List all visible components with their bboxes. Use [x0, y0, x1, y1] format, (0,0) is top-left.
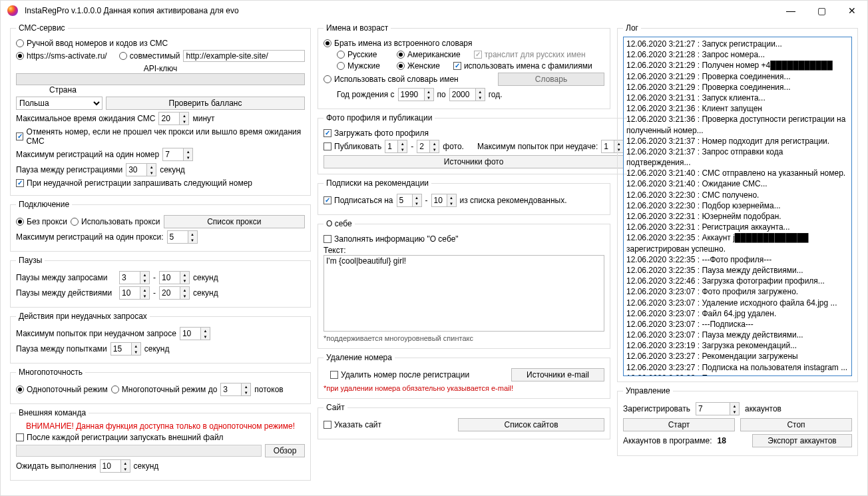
russian-radio[interactable]: Русские — [337, 50, 393, 59]
sub-to-spinner[interactable]: ▲▼ — [431, 194, 457, 207]
country-label: Страна — [49, 85, 305, 95]
log-line: 12.06.2020 3:23:07 : Удаление исходного … — [626, 298, 849, 308]
act-pause-to[interactable]: ▲▼ — [159, 286, 190, 300]
ext-cmd-group: Внешняя команда ВНИМАНИЕ! Данная функция… — [10, 408, 311, 481]
surnames-check[interactable]: использовать имена с фамилиями — [453, 61, 592, 71]
api-key-input[interactable] — [16, 73, 305, 85]
sms-legend: СМС-сервис — [16, 23, 68, 33]
log-line: 12.06.2020 3:23:07 : Файл 64.jpg удален. — [626, 308, 849, 319]
single-thread-radio[interactable]: Однопоточный режим — [16, 385, 108, 394]
log-line: 12.06.2020 3:21:40 : СМС отправлено на у… — [626, 168, 849, 178]
ext-file-path — [16, 445, 262, 457]
sms-service-group: СМС-сервис Ручной ввод номеров и кодов и… — [10, 23, 311, 196]
female-radio[interactable]: Женские — [397, 61, 440, 71]
log-output[interactable]: 12.06.2020 3:21:27 : Запуск регистрации.… — [623, 37, 852, 376]
no-proxy-radio[interactable]: Без прокси — [16, 217, 67, 226]
act-pause-from[interactable]: ▲▼ — [119, 286, 150, 300]
multi-thread-radio[interactable]: Многопоточный режим до — [111, 385, 218, 394]
max-attempts-spinner[interactable]: ▲▼ — [180, 327, 210, 340]
reg-pause-spinner[interactable]: ▲▼ — [126, 163, 156, 176]
email-sources-button[interactable]: Источники e-mail — [511, 368, 604, 381]
log-group: Лог 12.06.2020 3:21:27 : Запуск регистра… — [617, 23, 858, 382]
about-text-input[interactable]: I'm {cool|beautiful} girl! — [324, 255, 604, 332]
site-list-button[interactable]: Список сайтов — [458, 418, 604, 431]
log-line: 12.06.2020 3:21:29 : Проверка соединения… — [626, 71, 849, 82]
log-line: 12.06.2020 3:23:07 : ---Подписка--- — [626, 319, 849, 330]
run-ext-file-check[interactable]: После каждой регистрации запускать внешн… — [16, 433, 224, 442]
translit-check: транслит для русских имен — [474, 50, 586, 59]
log-line: 12.06.2020 3:22:35 : ---Фото профиля--- — [626, 254, 849, 265]
sms-compat-radio[interactable]: совместимый — [119, 51, 180, 61]
sms-wait-spinner[interactable]: ▲▼ — [158, 112, 189, 125]
minimize-button[interactable]: — — [775, 1, 806, 21]
cancel-number-check[interactable]: Отменять номер, если не прошел чек прокс… — [16, 127, 305, 146]
log-line: 12.06.2020 3:22:31 : Регистрация аккаунт… — [626, 222, 849, 232]
close-button[interactable]: ✕ — [837, 1, 867, 21]
log-line: 12.06.2020 3:21:31 : Запуск клиента... — [626, 93, 849, 103]
req-pause-to[interactable]: ▲▼ — [159, 271, 190, 284]
export-button[interactable]: Экспорт аккаунтов — [752, 434, 852, 447]
subscribe-check[interactable]: Подписаться на — [324, 196, 393, 205]
compat-url-input[interactable] — [183, 50, 305, 62]
log-line: 12.06.2020 3:23:27 : Подписка на пользов… — [626, 362, 849, 373]
req-pause-from[interactable]: ▲▼ — [119, 271, 150, 284]
specify-site-check[interactable]: Указать сайт — [324, 420, 381, 429]
sub-from-spinner[interactable]: ▲▼ — [397, 194, 422, 207]
proxy-list-button[interactable]: Список прокси — [164, 215, 305, 228]
titlebar: InstaRegPro v.1.0.0.0 Данная копия актив… — [1, 1, 867, 21]
sms-url-radio[interactable]: https://sms-activate.ru/ — [16, 51, 107, 61]
start-button[interactable]: Старт — [623, 418, 735, 431]
log-line: 12.06.2020 3:22:35 : Аккаунт j██████████… — [626, 232, 849, 254]
pauses-group: Паузы Паузы между запросами ▲▼ - ▲▼ секу… — [10, 256, 311, 308]
register-count-spinner[interactable]: ▲▼ — [696, 402, 740, 415]
control-group: Управление Зарегистрировать ▲▼ аккаунтов… — [617, 386, 858, 456]
window-title: InstaRegPro v.1.0.0.0 Данная копия актив… — [25, 6, 239, 15]
use-proxy-radio[interactable]: Использовать прокси — [71, 217, 160, 226]
dictionary-button[interactable]: Словарь — [498, 73, 604, 86]
max-reg-spinner[interactable]: ▲▼ — [162, 148, 193, 161]
about-group: О себе Заполнять информацию "О себе" Тек… — [318, 219, 610, 349]
thread-count-spinner[interactable]: ▲▼ — [220, 383, 251, 396]
sms-manual-radio[interactable]: Ручной ввод номеров и кодов из СМС — [16, 39, 168, 48]
publish-check[interactable]: Публиковать — [324, 142, 381, 151]
american-radio[interactable]: Американские — [397, 50, 461, 59]
retry-next-number-check[interactable]: При неудачной регистрации запрашивать сл… — [16, 178, 252, 188]
delete-number-check[interactable]: Удалить номер после регистрации — [324, 370, 469, 379]
own-dict-radio[interactable]: Использовать свой словарь имен — [324, 75, 459, 84]
log-line: 12.06.2020 3:23:33 : Подписка выполнена. — [626, 373, 849, 376]
builtin-names-radio[interactable]: Брать имена из встроенного словаря — [324, 39, 472, 48]
photo-sources-button[interactable]: Источники фото — [324, 155, 624, 168]
browse-button[interactable]: Обзор — [265, 444, 305, 457]
maximize-button[interactable]: ▢ — [806, 1, 837, 21]
max-reg-proxy-spinner[interactable]: ▲▼ — [167, 230, 198, 244]
log-line: 12.06.2020 3:21:36 : Проверка доступност… — [626, 114, 849, 135]
stop-button[interactable]: Стоп — [740, 418, 852, 431]
accounts-count: 18 — [717, 436, 726, 445]
photo-group: Фото профиля и публикации Загружать фото… — [318, 113, 630, 174]
retry-pause-spinner[interactable]: ▲▼ — [110, 342, 141, 356]
api-key-label: API-ключ — [16, 64, 305, 73]
site-group: Сайт Указать сайт Список сайтов — [318, 403, 610, 439]
log-line: 12.06.2020 3:23:07 : Пауза между действи… — [626, 330, 849, 340]
log-line: 12.06.2020 3:22:46 : Загрузка фотографии… — [626, 276, 849, 286]
log-line: 12.06.2020 3:21:27 : Запуск регистрации.… — [626, 39, 849, 49]
log-line: 12.06.2020 3:22:30 : Подбор юзернейма... — [626, 200, 849, 211]
log-line: 12.06.2020 3:21:29 : Проверка соединения… — [626, 82, 849, 93]
log-line: 12.06.2020 3:21:37 : Запрос отправки код… — [626, 146, 849, 168]
country-select[interactable]: Польша — [16, 97, 103, 110]
names-group: Имена и возраст Брать имена из встроенно… — [318, 23, 610, 109]
check-balance-button[interactable]: Проверить балланс — [106, 97, 305, 110]
delete-group: Удаление номера Удалить номер после реги… — [318, 353, 610, 399]
log-line: 12.06.2020 3:22:30 : СМС получено. — [626, 190, 849, 200]
ext-wait-spinner[interactable]: ▲▼ — [100, 459, 130, 473]
fill-about-check[interactable]: Заполнять информацию "О себе" — [324, 234, 459, 244]
publish-to-spinner[interactable]: ▲▼ — [417, 140, 439, 153]
year-to-spinner[interactable]: ▲▼ — [449, 88, 485, 101]
publish-from-spinner[interactable]: ▲▼ — [385, 140, 407, 153]
year-from-spinner[interactable]: ▲▼ — [398, 88, 434, 101]
log-line: 12.06.2020 3:21:29 : Получен номер +4███… — [626, 60, 849, 71]
log-line: 12.06.2020 3:23:27 : Рекомендации загруж… — [626, 351, 849, 362]
log-line: 12.06.2020 3:23:19 : Загрузка рекомендац… — [626, 340, 849, 351]
upload-photo-check[interactable]: Загружать фото профиля — [324, 128, 429, 138]
male-radio[interactable]: Мужские — [337, 61, 393, 71]
